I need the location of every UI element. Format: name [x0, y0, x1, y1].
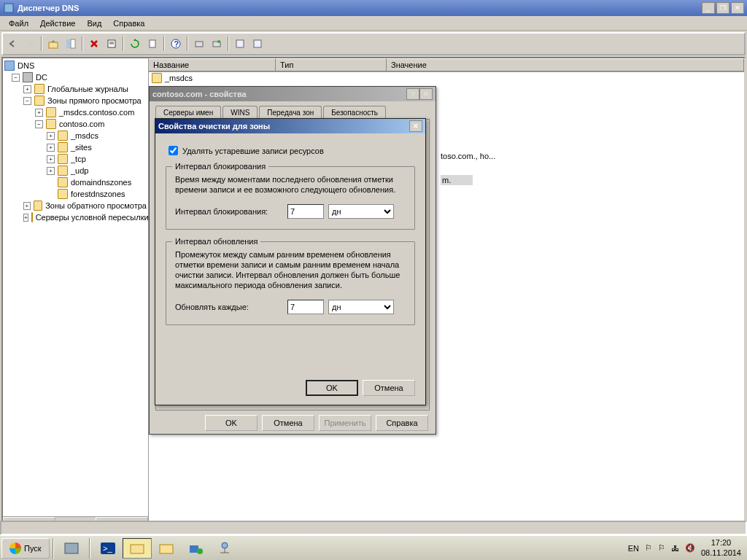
back-button[interactable] [4, 36, 20, 52]
tab-nameservers[interactable]: Серверы имен [155, 106, 221, 119]
refresh-title: Интервал обновления [172, 237, 260, 246]
col-name[interactable]: Название [149, 58, 276, 71]
task-dns-manager[interactable] [210, 538, 239, 559]
close-button[interactable]: ✕ [731, 2, 744, 14]
expander-icon[interactable]: + [47, 155, 55, 163]
expander-icon[interactable]: + [47, 132, 55, 140]
tree-dns-root[interactable]: DNS [4, 60, 147, 71]
tool-btn-2[interactable] [209, 36, 225, 52]
svg-rect-2 [66, 39, 70, 48]
start-button[interactable]: Пуск [1, 538, 50, 559]
clock[interactable]: 17:20 08.11.2014 [701, 538, 741, 557]
tab-wins[interactable]: WINS [222, 106, 258, 119]
task-powershell[interactable]: >_ [93, 538, 123, 559]
tray-icon-1[interactable]: ⚐ [645, 543, 652, 553]
menu-action[interactable]: Действие [34, 18, 81, 29]
delete-stale-checkbox[interactable] [169, 146, 178, 155]
delete-button[interactable] [86, 36, 102, 52]
up-button[interactable] [45, 36, 61, 52]
expander-icon[interactable]: + [23, 85, 31, 93]
scav-ok-button[interactable]: OK [306, 380, 358, 396]
svg-rect-7 [150, 40, 155, 47]
tray-sound-icon[interactable]: 🔇 [685, 543, 695, 553]
tray-icon-2[interactable]: ⚐ [658, 543, 665, 553]
window-title: Диспетчер DNS [18, 4, 702, 12]
expander-icon[interactable]: + [23, 202, 31, 210]
tool-btn-3[interactable] [232, 36, 248, 52]
tree-zone-contoso[interactable]: −contoso.com [4, 118, 147, 130]
refresh-unit-select[interactable]: дн [328, 300, 394, 314]
menu-file[interactable]: Файл [3, 18, 34, 29]
tree-cond-fwd[interactable]: +Серверы условной пересылки [4, 211, 147, 223]
no-refresh-groupbox: Интервал блокирования Время между момент… [166, 166, 415, 230]
menu-view[interactable]: Вид [81, 18, 107, 29]
minimize-button[interactable]: _ [702, 2, 715, 14]
tree-sub-msdcs[interactable]: +_msdcs [4, 130, 147, 141]
menu-help[interactable]: Справка [107, 18, 150, 29]
expander-icon[interactable]: + [47, 144, 55, 152]
show-hide-button[interactable] [63, 36, 79, 52]
tree-sub-udp[interactable]: +_udp [4, 165, 147, 176]
task-item-3[interactable] [152, 538, 181, 559]
svg-point-12 [217, 40, 220, 43]
dns-app-icon [3, 2, 15, 14]
col-type[interactable]: Тип [276, 58, 387, 71]
tree-sub-tcp[interactable]: +_tcp [4, 153, 147, 165]
language-indicator[interactable]: EN [628, 544, 639, 553]
props-help-button[interactable]: ? [406, 88, 419, 100]
list-row[interactable]: _msdcs [149, 72, 744, 84]
expander-icon[interactable]: + [47, 167, 55, 175]
tool-btn-4[interactable] [249, 36, 266, 52]
scav-cancel-button[interactable]: Отмена [363, 380, 415, 396]
tree-reverse-zones[interactable]: +Зоны обратного просмотра [4, 200, 147, 211]
props-apply-button[interactable]: Применить [319, 415, 371, 431]
expander-icon[interactable]: + [35, 109, 43, 117]
no-refresh-label: Интервал блокирования: [175, 207, 287, 216]
help-button[interactable]: ? [168, 36, 184, 52]
expander-icon[interactable]: + [23, 214, 28, 222]
svg-rect-3 [71, 39, 75, 48]
forward-button[interactable] [22, 36, 38, 52]
refresh-button[interactable] [127, 36, 143, 52]
svg-text:?: ? [174, 39, 179, 48]
no-refresh-value-input[interactable] [287, 204, 324, 219]
col-value[interactable]: Значение [387, 58, 744, 71]
svg-rect-15 [65, 543, 78, 553]
maximize-button[interactable]: ❐ [716, 2, 729, 14]
expander-icon[interactable]: − [35, 120, 43, 128]
props-ok-button[interactable]: OK [205, 415, 258, 431]
scav-close-button[interactable]: ✕ [409, 120, 422, 132]
props-cancel-button[interactable]: Отмена [262, 415, 314, 431]
toolbar-container: ? [1, 32, 746, 55]
props-close-button[interactable]: ✕ [419, 88, 433, 100]
tree-sub-ddz[interactable]: domaindnszones [4, 176, 147, 188]
tab-transfers[interactable]: Передача зон [259, 106, 322, 119]
folder-icon [58, 131, 68, 141]
tool-btn-1[interactable] [191, 36, 207, 52]
folder-icon [46, 119, 56, 129]
tray-network-icon[interactable]: 🖧 [671, 544, 679, 553]
tab-security[interactable]: Безопасность [323, 106, 386, 119]
task-explorer[interactable] [123, 538, 152, 559]
folder-icon [34, 201, 42, 211]
scavenging-titlebar[interactable]: Свойства очистки для зоны ✕ [155, 119, 425, 133]
tree-sub-sites[interactable]: +_sites [4, 141, 147, 153]
folder-icon [58, 189, 68, 199]
tree-zone-msdcs[interactable]: +_msdcs.contoso.com [4, 106, 147, 118]
no-refresh-unit-select[interactable]: дн [328, 204, 394, 219]
task-server-manager[interactable] [57, 538, 86, 559]
tree-sub-fdz[interactable]: forestdnszones [4, 188, 147, 200]
svg-rect-14 [254, 40, 261, 47]
refresh-value-input[interactable] [287, 300, 324, 314]
properties-button[interactable] [104, 36, 120, 52]
properties-tabs: Серверы имен WINS Передача зон Безопасно… [155, 106, 430, 119]
task-item-4[interactable] [181, 538, 210, 559]
tree-server[interactable]: −DC [4, 71, 147, 83]
export-button[interactable] [144, 36, 160, 52]
delete-stale-checkbox-row: Удалять устаревшие записи ресурсов [166, 144, 415, 158]
expander-icon[interactable]: − [12, 74, 20, 82]
props-help-button[interactable]: Справка [376, 415, 428, 431]
tree-global-logs[interactable]: +Глобальные журналы [4, 83, 147, 95]
tree-forward-zones[interactable]: −Зоны прямого просмотра [4, 95, 147, 106]
expander-icon[interactable]: − [23, 97, 31, 105]
